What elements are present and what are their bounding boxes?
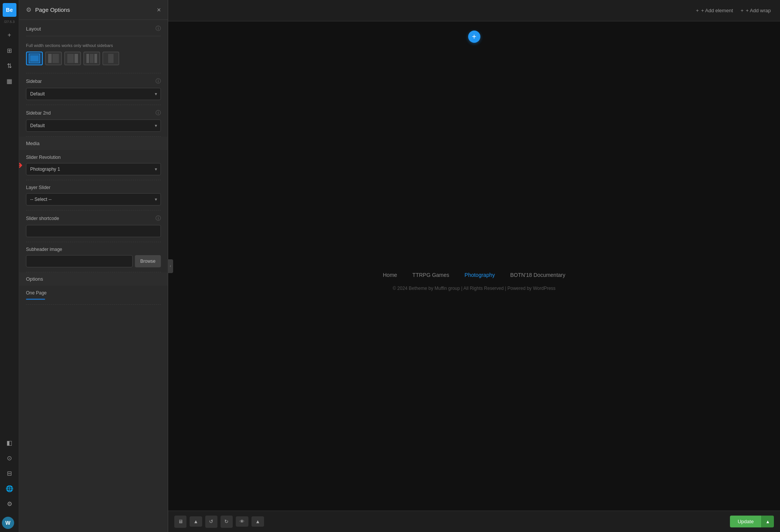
sidebar-2nd-select-wrapper: Default Left Sidebar Right Sidebar No Si… [26,120,161,132]
layout-section-header: Layout ⓘ [26,20,161,36]
sort-icon[interactable]: ⇅ [3,59,16,73]
side-panel: ⚙ Page Options × Layout ⓘ Full width sec… [19,0,168,532]
layout-option-boxed[interactable] [102,52,119,65]
slider-shortcode-info-icon[interactable]: ⓘ [156,215,161,222]
settings-icon[interactable]: ⚙ [3,497,16,511]
panel-close-button[interactable]: × [157,6,161,13]
version-text: /27.5.3 [4,20,15,24]
preview-icon: 👁 [240,519,245,524]
layer-slider-select[interactable]: -- Select -- Option 1 Option 2 [26,193,161,205]
subheader-image-label-row: Subheader image [26,247,161,252]
sidebar-select[interactable]: Default Left Sidebar Right Sidebar No Si… [26,88,161,100]
globe-icon[interactable]: 🌐 [3,482,16,495]
one-page-label-row: One Page [26,290,161,296]
sliders-icon[interactable]: ⊟ [3,466,16,480]
layer-slider-select-wrapper: -- Select -- Option 1 Option 2 ▾ [26,193,161,205]
add-section-button[interactable]: + [468,31,480,43]
sidebar-info-icon[interactable]: ⓘ [156,78,161,85]
svg-rect-11 [108,54,114,63]
panel-settings-icon: ⚙ [26,6,31,13]
panel-toggle[interactable]: ‹ [168,259,173,273]
add-wrap-button[interactable]: + + Add wrap [741,8,771,13]
svg-rect-6 [75,54,78,63]
layout-icon[interactable]: ▦ [3,74,16,88]
one-page-label: One Page [26,290,47,296]
add-wrap-plus-icon: + [741,8,744,13]
device-button[interactable]: 🖥 [174,516,186,528]
slider-shortcode-label: Slider shortcode [26,216,59,221]
slider-shortcode-input[interactable] [26,225,161,237]
nav-item-ttrpg[interactable]: TTRPG Games [412,272,449,278]
nav-item-photography[interactable]: Photography [465,272,495,278]
nav-item-botn[interactable]: BOTN'18 Documentary [510,272,565,278]
options-section: Options [26,272,161,286]
grid-icon[interactable]: ⊞ [3,44,16,57]
options-section-title: Options [19,272,168,286]
slider-revolution-label-row: Slider Revolution [26,155,161,160]
be-logo[interactable]: Be [3,3,16,17]
sidebar-2nd-label: Sidebar 2nd [26,110,51,116]
layout-option-full[interactable] [26,52,43,65]
update-dropdown-button[interactable]: ▲ [761,516,774,527]
sidebar-2nd-select[interactable]: Default Left Sidebar Right Sidebar No Si… [26,120,161,132]
wp-icon[interactable]: W [2,517,14,529]
layout-field-group: Full width sections works only without s… [26,36,161,73]
update-btn-group: Update ▲ [730,516,774,527]
svg-rect-9 [94,54,97,63]
nav-item-home[interactable]: Home [383,272,397,278]
redo-button[interactable]: ↻ [221,516,233,528]
layout-option-both-sidebars[interactable] [83,52,100,65]
history-icon[interactable]: ⊙ [3,451,16,465]
svg-rect-5 [67,54,74,63]
slider-shortcode-field-group: Slider shortcode ⓘ [26,210,161,242]
left-toolbar: Be /27.5.3 + ⊞ ⇅ ▦ ◧ ⊙ ⊟ 🌐 ⚙ W [0,0,19,532]
add-icon[interactable]: + [3,28,16,42]
svg-rect-3 [48,54,52,63]
undo-button[interactable]: ↺ [205,516,217,528]
update-button[interactable]: Update [730,516,761,527]
add-wrap-label: + Add wrap [746,8,771,13]
slider-revolution-field-group: Slider Revolution ➜ Photography 1 Photog… [26,150,161,180]
layout-option-left-sidebar[interactable] [45,52,62,65]
sidebar-label: Sidebar [26,79,42,84]
bottom-bar: 🖥 ▲ ↺ ↻ 👁 ▲ Update ▲ [168,511,780,532]
svg-rect-7 [86,54,89,63]
main-content: + + Add element + + Add wrap + Home TTRP… [168,0,780,532]
device-dropdown-button[interactable]: ▲ [190,516,202,527]
preview-nav: Home TTRPG Games Photography BOTN'18 Doc… [383,272,566,278]
media-section: Media [26,137,161,150]
svg-rect-8 [90,54,94,63]
layout-option-right-sidebar[interactable] [64,52,81,65]
slider-revolution-select[interactable]: Photography 1 Photography 2 Select [26,163,161,175]
layout-section-title: Layout [26,26,41,32]
sidebar-2nd-info-icon[interactable]: ⓘ [156,110,161,116]
svg-rect-12 [105,54,107,63]
slider-shortcode-label-row: Slider shortcode ⓘ [26,215,161,222]
preview-button[interactable]: 👁 [236,516,248,527]
subheader-image-input[interactable] [26,255,133,267]
layers-icon[interactable]: ◧ [3,436,16,450]
preview-footer: © 2024 Betheme by Muffin group | All Rig… [392,286,555,291]
sidebar-select-wrapper: Default Left Sidebar Right Sidebar No Si… [26,88,161,100]
layout-options [26,52,161,65]
sidebar-label-row: Sidebar ⓘ [26,78,161,85]
layer-slider-label-row: Layer Slider [26,185,161,190]
add-element-button[interactable]: + + Add element [696,8,733,13]
subheader-image-label: Subheader image [26,247,62,252]
panel-header: ⚙ Page Options × [19,0,168,20]
add-element-plus-icon: + [696,8,699,13]
browse-button[interactable]: Browse [135,255,161,267]
panel-content: Layout ⓘ Full width sections works only … [19,20,168,532]
sidebar-field-group: Sidebar ⓘ Default Left Sidebar Right Sid… [26,73,161,105]
canvas-area: + Home TTRPG Games Photography BOTN'18 D… [168,21,780,511]
slider-revolution-select-wrapper: Photography 1 Photography 2 Select ▾ [26,163,161,175]
sidebar-2nd-label-row: Sidebar 2nd ⓘ [26,110,161,116]
preview-dropdown-button[interactable]: ▲ [251,516,264,527]
svg-rect-4 [52,54,59,63]
main-toolbar: + + Add element + + Add wrap [168,0,780,21]
panel-title: Page Options [35,6,70,13]
layout-info-icon[interactable]: ⓘ [156,25,161,32]
subheader-image-input-row: Browse [26,255,161,267]
one-page-toggle[interactable] [26,299,45,300]
subheader-image-field-group: Subheader image Browse [26,242,161,272]
